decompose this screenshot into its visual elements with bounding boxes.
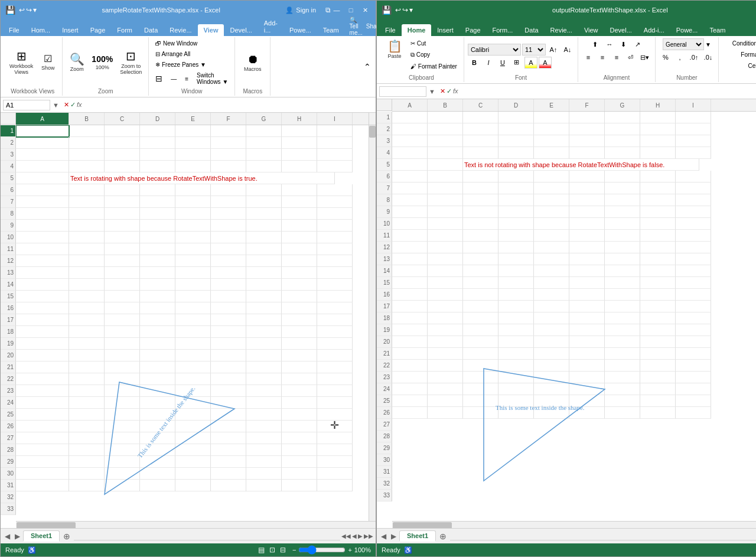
left-btn-switch-windows[interactable]: SwitchWindows ▼ [194,70,231,87]
left-row-1[interactable]: 1 [1,125,16,137]
left-col-A[interactable]: A [16,113,69,125]
left-col-C[interactable]: C [105,113,140,125]
right-row-19[interactable]: 19 [377,324,392,336]
right-tab-home[interactable]: Home [402,24,432,36]
right-col-H[interactable]: H [640,99,676,111]
right-btn-conditional-formatting[interactable]: Conditional Formatting ▼ [729,38,756,48]
right-row-5[interactable]: 5 [377,159,392,171]
left-btn-zoom-to-selection[interactable]: ⊡ Zoom toSelection [117,48,145,77]
right-btn-paste[interactable]: 📋 Paste [383,38,406,61]
right-align-top[interactable]: ⬆ [589,38,602,50]
left-btn-unhide[interactable]: ≡ [182,70,191,87]
left-col-F[interactable]: F [211,113,246,125]
left-cell-H1[interactable] [282,125,317,137]
right-tab-addin[interactable]: Add-i... [638,24,670,36]
right-col-D[interactable]: D [498,99,534,111]
right-row-18[interactable]: 18 [377,312,392,324]
right-italic-btn[interactable]: I [482,57,495,69]
left-row-10[interactable]: 10 [1,232,16,243]
left-cancel-icon[interactable]: ✕ [64,101,69,109]
right-align-bottom[interactable]: ⬇ [617,38,630,50]
left-row-13[interactable]: 13 [1,267,16,279]
right-row-25[interactable]: 25 [377,395,392,407]
left-sheet-scrollbar[interactable]: ◀◀ ◀ ▶ ▶▶ [341,533,373,539]
right-row-33[interactable]: 33 [377,490,392,501]
left-row-3[interactable]: 3 [1,149,16,161]
right-bold-btn[interactable]: B [468,57,481,69]
right-pct-btn[interactable]: % [659,51,672,63]
right-align-center[interactable]: ≡ [596,51,609,63]
left-tab-team[interactable]: Team [317,24,345,36]
right-formula-input[interactable] [462,87,756,96]
right-tab-team[interactable]: Team [703,24,731,36]
left-cell-I1[interactable] [317,125,353,137]
left-row-20[interactable]: 20 [1,350,16,361]
left-scrollbar-v[interactable] [369,125,376,521]
left-redo-icon[interactable]: ↪ [26,6,32,14]
right-tab-view[interactable]: View [578,24,604,36]
left-btn-show[interactable]: ☑ Show [37,53,58,73]
left-zoom-range[interactable] [298,545,346,555]
right-row-15[interactable]: 15 [377,277,392,289]
left-btn-workbook-views[interactable]: ⊞ WorkbookViews [6,48,36,77]
left-btn-new-window[interactable]: 🗗 New Window [152,38,200,48]
right-row-7[interactable]: 7 [377,183,392,194]
left-maximize-btn[interactable]: □ [345,4,357,16]
right-sheet1-tab[interactable]: Sheet1 [399,530,436,542]
left-row-25[interactable]: 25 [1,409,16,421]
right-row-2[interactable]: 2 [377,123,392,135]
left-col-E[interactable]: E [175,113,211,125]
right-sheet-add-btn[interactable]: ⊕ [437,530,449,542]
left-tab-review[interactable]: Revie... [164,24,197,36]
left-btn-zoom-100[interactable]: 100% 100% [89,53,116,72]
right-merge-btn[interactable]: ⊟▾ [638,51,651,63]
right-quick-access-more[interactable]: ▾ [409,6,413,14]
right-tab-page[interactable]: Page [460,24,487,36]
left-row-28[interactable]: 28 [1,444,16,456]
right-dec-inc[interactable]: .0↑ [687,51,700,63]
left-cell-E1[interactable] [175,125,211,137]
right-font-name-select[interactable]: Calibri [468,44,521,56]
left-tab-addin[interactable]: Add-i... [258,17,284,36]
right-underline-btn[interactable]: U [496,57,509,69]
right-number-more[interactable]: ▼ [705,41,711,48]
left-btn-freeze-panes[interactable]: ❄ Freeze Panes ▼ [152,60,209,70]
left-col-I[interactable]: I [317,113,353,125]
left-view-normal[interactable]: ▤ [256,546,266,554]
left-col-D[interactable]: D [140,113,175,125]
left-restore-icon[interactable]: ⧉ [325,6,331,14]
left-signin-label[interactable]: Sign in [296,6,316,14]
left-row-31[interactable]: 31 [1,480,16,491]
left-sheet-nav-right[interactable]: ▶ [13,532,22,540]
left-ribbon-collapse[interactable]: ⌃ [364,62,371,71]
right-sheet-nav-left[interactable]: ◀ [379,532,388,540]
right-row-12[interactable]: 12 [377,242,392,253]
left-tab-insert[interactable]: Insert [56,24,84,36]
left-row-11[interactable]: 11 [1,243,16,255]
right-border-btn[interactable]: ⊞ [510,57,523,69]
left-row-9[interactable]: 9 [1,220,16,232]
left-cell-C1[interactable] [105,125,140,137]
left-row-8[interactable]: 8 [1,208,16,220]
right-row-10[interactable]: 10 [377,218,392,230]
right-row-27[interactable]: 27 [377,419,392,431]
right-tab-form[interactable]: Form... [487,24,519,36]
right-row-16[interactable]: 16 [377,289,392,301]
left-row-21[interactable]: 21 [1,361,16,373]
right-row-20[interactable]: 20 [377,336,392,348]
right-comma-btn[interactable]: , [673,51,686,63]
left-col-G[interactable]: G [246,113,282,125]
left-cell-B1[interactable] [69,125,105,137]
left-cell-ref[interactable] [3,100,50,110]
left-row-29[interactable]: 29 [1,456,16,468]
right-cancel-icon[interactable]: ✕ [440,87,445,95]
right-undo-icon[interactable]: ↩ [395,6,401,14]
left-cell-F1[interactable] [211,125,246,137]
left-row-5[interactable]: 5 [1,172,16,184]
right-tab-file[interactable]: File [379,24,402,36]
left-zoom-in[interactable]: + [348,546,351,553]
right-col-B[interactable]: B [428,99,463,111]
left-row-23[interactable]: 23 [1,385,16,397]
right-dec-dec[interactable]: .0↓ [702,51,715,63]
left-btn-split[interactable]: ⊟ [152,70,165,87]
